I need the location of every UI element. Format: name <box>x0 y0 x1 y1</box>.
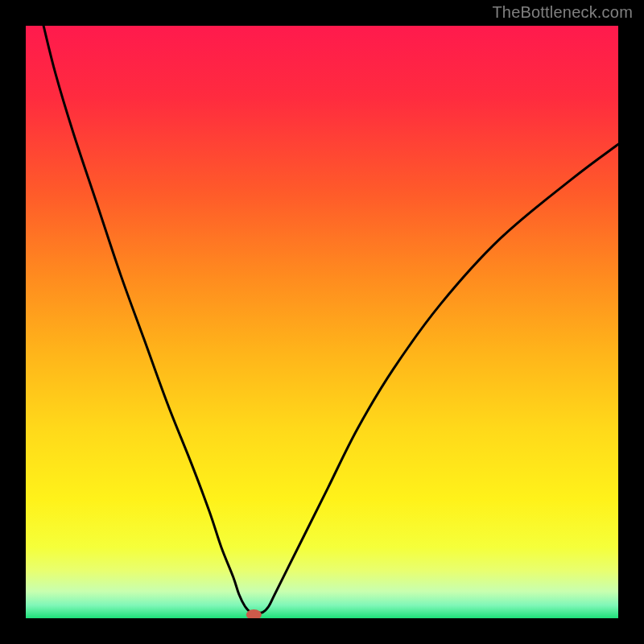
gradient-background <box>26 26 618 618</box>
outer-frame: TheBottleneck.com <box>0 0 644 644</box>
chart-area <box>26 26 618 618</box>
watermark-text: TheBottleneck.com <box>492 3 633 22</box>
chart-svg <box>26 26 618 618</box>
